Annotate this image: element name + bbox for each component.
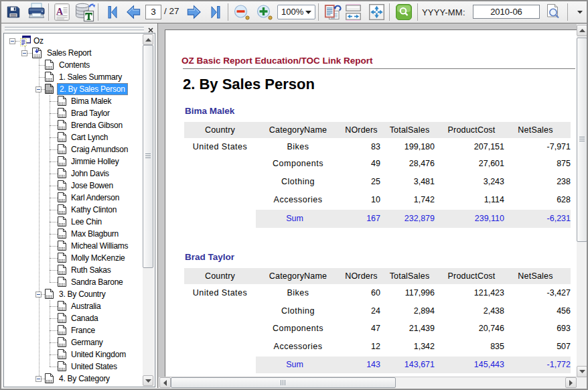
- svg-text:A: A: [56, 7, 64, 17]
